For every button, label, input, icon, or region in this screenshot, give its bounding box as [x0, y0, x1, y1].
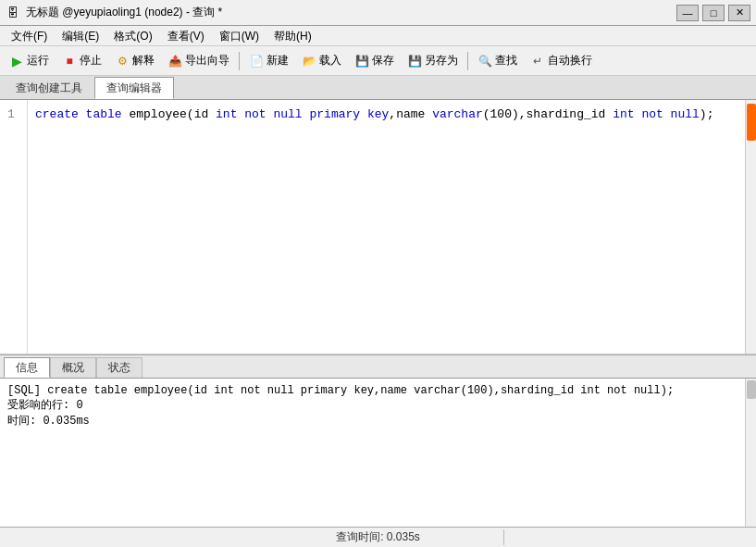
bottom-tabs-bar: 信息 概况 状态: [0, 354, 756, 379]
run-icon: ▶: [9, 54, 24, 68]
result-scroll-thumb: [747, 380, 756, 399]
result-affected-rows: 受影响的行: 0: [7, 397, 737, 413]
autowrap-button[interactable]: ↵ 自动换行: [525, 50, 598, 72]
explain-button[interactable]: ⚙ 解释: [109, 50, 160, 72]
find-icon: 🔍: [477, 54, 492, 68]
saveas-label: 另存为: [425, 53, 458, 68]
result-sql-line: [SQL] create table employee(id int not n…: [7, 384, 737, 397]
explain-label: 解释: [132, 53, 155, 68]
bottom-tab-info[interactable]: 信息: [4, 357, 50, 378]
menu-file[interactable]: 文件(F): [4, 28, 55, 44]
line-numbers: 1: [0, 100, 28, 354]
line-number-1: 1: [7, 107, 15, 121]
find-button[interactable]: 🔍 查找: [472, 50, 523, 72]
status-query-time: 查询时间: 0.035s: [253, 529, 505, 545]
new-icon: 📄: [249, 54, 264, 68]
export-label: 导出向导: [185, 53, 229, 68]
load-icon: 📂: [302, 54, 316, 68]
minimize-button[interactable]: —: [676, 5, 699, 21]
save-label: 保存: [372, 53, 394, 68]
save-icon: 💾: [354, 54, 369, 68]
top-tabs-bar: 查询创建工具 查询编辑器: [0, 76, 756, 100]
window-controls: — □ ✕: [676, 5, 750, 21]
stop-icon: ■: [62, 54, 77, 68]
menu-edit[interactable]: 编辑(E): [55, 28, 106, 44]
find-label: 查找: [495, 53, 517, 68]
save-button[interactable]: 💾 保存: [349, 50, 400, 72]
menu-format[interactable]: 格式(O): [106, 28, 159, 44]
menu-window[interactable]: 窗口(W): [212, 28, 266, 44]
new-button[interactable]: 📄 新建: [243, 50, 294, 72]
result-scrollbar[interactable]: [745, 379, 756, 527]
status-bar: 查询时间: 0.035s: [0, 527, 756, 547]
title-bar: 🗄 无标题 @yeyupiaoling1 (node2) - 查询 * — □ …: [0, 0, 756, 26]
toolbar-separator-1: [239, 52, 240, 70]
result-content: [SQL] create table employee(id int not n…: [0, 379, 745, 527]
export-icon: 📤: [167, 54, 182, 68]
saveas-icon: 💾: [407, 54, 422, 68]
result-area: [SQL] create table employee(id int not n…: [0, 379, 756, 527]
toolbar-separator-2: [467, 52, 468, 70]
result-time: 时间: 0.035ms: [7, 413, 737, 429]
load-label: 载入: [319, 53, 341, 68]
autowrap-icon: ↵: [530, 54, 545, 68]
load-button[interactable]: 📂 载入: [296, 50, 347, 72]
scroll-thumb: [747, 104, 756, 141]
menu-view[interactable]: 查看(V): [160, 28, 212, 44]
run-label: 运行: [27, 53, 49, 68]
toolbar: ▶ 运行 ■ 停止 ⚙ 解释 📤 导出向导 📄 新建 📂 载入 💾 保存 💾 另…: [0, 46, 756, 76]
app-icon: 🗄: [6, 6, 20, 20]
autowrap-label: 自动换行: [548, 53, 592, 68]
bottom-tab-status[interactable]: 状态: [96, 357, 143, 378]
close-button[interactable]: ✕: [728, 5, 750, 21]
editor-scrollbar[interactable]: [745, 100, 756, 354]
bottom-tab-overview[interactable]: 概况: [50, 357, 96, 378]
menu-bar: 文件(F) 编辑(E) 格式(O) 查看(V) 窗口(W) 帮助(H): [0, 26, 756, 46]
maximize-button[interactable]: □: [702, 5, 725, 21]
stop-button[interactable]: ■ 停止: [56, 50, 107, 72]
code-editor[interactable]: create table employee(id int not null pr…: [28, 100, 745, 354]
run-button[interactable]: ▶ 运行: [4, 50, 55, 72]
saveas-button[interactable]: 💾 另存为: [402, 50, 464, 72]
tab-query-builder[interactable]: 查询创建工具: [4, 77, 94, 99]
editor-area: 1 create table employee(id int not null …: [0, 100, 756, 354]
window-title: 无标题 @yeyupiaoling1 (node2) - 查询 *: [26, 5, 222, 20]
menu-help[interactable]: 帮助(H): [266, 28, 319, 44]
new-label: 新建: [266, 53, 289, 68]
tab-query-editor[interactable]: 查询编辑器: [94, 77, 174, 99]
export-button[interactable]: 📤 导出向导: [162, 50, 235, 72]
stop-label: 停止: [80, 53, 102, 68]
explain-icon: ⚙: [115, 54, 130, 68]
